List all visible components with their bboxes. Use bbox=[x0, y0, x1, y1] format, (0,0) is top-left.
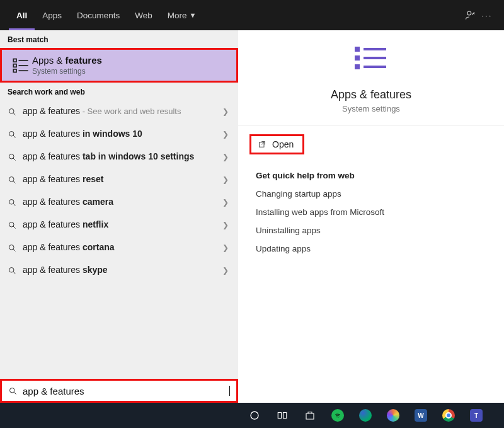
search-web-header: Search work and web bbox=[0, 83, 238, 100]
search-icon bbox=[8, 175, 23, 185]
search-result-item[interactable]: app & features tab in windows 10 setting… bbox=[0, 146, 238, 168]
taskbar-store-icon[interactable] bbox=[296, 403, 324, 428]
tab-label: Apps bbox=[42, 11, 62, 20]
chevron-right-icon[interactable]: ❯ bbox=[219, 153, 232, 161]
result-text: app & features - See work and web result… bbox=[23, 106, 219, 117]
best-match-header: Best match bbox=[0, 30, 238, 48]
tab-documents[interactable]: Documents bbox=[69, 0, 127, 30]
search-result-item[interactable]: app & features reset❯ bbox=[0, 168, 238, 191]
best-match-item[interactable]: Apps & features System settings bbox=[0, 48, 238, 83]
tab-apps[interactable]: Apps bbox=[35, 0, 69, 30]
apps-features-icon bbox=[9, 57, 32, 74]
svg-point-17 bbox=[9, 222, 14, 227]
apps-features-large-icon bbox=[351, 44, 391, 79]
search-result-item[interactable]: app & features - See work and web result… bbox=[0, 100, 238, 123]
result-text: app & features in windows 10 bbox=[23, 129, 219, 140]
svg-point-19 bbox=[9, 245, 14, 250]
svg-point-15 bbox=[9, 199, 14, 204]
search-result-item[interactable]: app & features skype❯ bbox=[0, 259, 238, 282]
best-match-subtitle: System settings bbox=[32, 67, 102, 76]
svg-point-9 bbox=[9, 131, 14, 136]
search-input[interactable] bbox=[23, 386, 229, 396]
result-text: app & features netflix bbox=[23, 219, 219, 231]
help-link[interactable]: Installing web apps from Microsoft bbox=[256, 207, 486, 217]
svg-rect-33 bbox=[278, 413, 281, 419]
svg-point-32 bbox=[251, 412, 258, 419]
search-result-item[interactable]: app & features netflix❯ bbox=[0, 214, 238, 236]
tab-label: Documents bbox=[77, 11, 120, 20]
details-subtitle: System settings bbox=[342, 104, 400, 113]
open-label: Open bbox=[272, 139, 294, 149]
open-icon bbox=[258, 140, 267, 149]
taskbar-edge-icon[interactable] bbox=[352, 403, 379, 428]
taskbar-chrome-icon[interactable] bbox=[435, 403, 462, 428]
svg-rect-28 bbox=[364, 57, 386, 59]
search-result-item[interactable]: app & features in windows 10❯ bbox=[0, 123, 238, 146]
taskbar-taskview-icon[interactable] bbox=[268, 403, 296, 428]
svg-line-18 bbox=[13, 226, 15, 228]
svg-rect-5 bbox=[13, 69, 16, 72]
svg-point-0 bbox=[467, 11, 471, 15]
result-text: app & features cortana bbox=[23, 242, 219, 253]
search-icon bbox=[8, 386, 18, 396]
chevron-right-icon[interactable]: ❯ bbox=[219, 198, 232, 207]
tab-more[interactable]: More ▼ bbox=[160, 0, 204, 30]
search-icon bbox=[8, 153, 23, 162]
svg-line-24 bbox=[14, 392, 16, 394]
svg-rect-3 bbox=[13, 64, 16, 67]
chevron-down-icon: ▼ bbox=[190, 11, 197, 19]
chevron-right-icon[interactable]: ❯ bbox=[219, 243, 232, 252]
tab-label: More bbox=[168, 11, 187, 20]
tab-label: Web bbox=[135, 11, 152, 20]
text-caret bbox=[229, 386, 230, 396]
taskbar: W T bbox=[0, 403, 504, 428]
svg-rect-30 bbox=[364, 66, 386, 68]
search-input-container[interactable] bbox=[0, 379, 238, 403]
taskbar-paint-icon[interactable] bbox=[379, 403, 407, 428]
svg-line-10 bbox=[13, 136, 15, 137]
taskbar-word-icon[interactable]: W bbox=[407, 403, 435, 428]
search-icon bbox=[8, 221, 23, 230]
svg-rect-29 bbox=[355, 64, 360, 69]
details-panel: Apps & features System settings Open Get… bbox=[238, 30, 504, 403]
open-button[interactable]: Open bbox=[249, 134, 304, 154]
svg-line-14 bbox=[13, 181, 15, 183]
help-link[interactable]: Updating apps bbox=[256, 244, 486, 253]
help-link[interactable]: Changing startup apps bbox=[256, 189, 486, 199]
tab-all[interactable]: All bbox=[9, 0, 35, 30]
search-result-item[interactable]: app & features cortana❯ bbox=[0, 236, 238, 259]
result-text: app & features reset bbox=[23, 174, 219, 185]
svg-point-7 bbox=[9, 108, 14, 113]
svg-rect-27 bbox=[355, 55, 360, 61]
tab-web[interactable]: Web bbox=[127, 0, 160, 30]
svg-rect-25 bbox=[355, 47, 360, 52]
taskbar-cortana-icon[interactable] bbox=[241, 403, 268, 428]
svg-point-11 bbox=[9, 154, 14, 159]
quick-help-title: Get quick help from web bbox=[256, 171, 486, 180]
chevron-right-icon[interactable]: ❯ bbox=[219, 221, 232, 229]
feedback-icon[interactable] bbox=[462, 9, 479, 21]
details-hero: Apps & features System settings bbox=[238, 30, 504, 125]
chevron-right-icon[interactable]: ❯ bbox=[219, 266, 232, 275]
chevron-right-icon[interactable]: ❯ bbox=[219, 175, 232, 184]
svg-point-13 bbox=[9, 176, 14, 182]
taskbar-teams-icon[interactable]: T bbox=[462, 403, 490, 428]
svg-line-20 bbox=[13, 249, 15, 251]
result-text: app & features camera bbox=[23, 197, 219, 208]
result-text: app & features skype bbox=[23, 265, 219, 276]
more-options-icon[interactable]: ··· bbox=[479, 11, 495, 20]
taskbar-spotify-icon[interactable] bbox=[324, 403, 352, 428]
search-icon bbox=[8, 198, 23, 207]
search-icon bbox=[8, 266, 23, 275]
chevron-right-icon[interactable]: ❯ bbox=[219, 130, 232, 139]
results-panel: Best match Apps & features System settin… bbox=[0, 30, 238, 403]
svg-line-22 bbox=[13, 272, 15, 274]
searchbox-container bbox=[0, 379, 238, 403]
help-link[interactable]: Uninstalling apps bbox=[256, 226, 486, 235]
search-icon bbox=[8, 107, 23, 117]
svg-rect-26 bbox=[364, 48, 386, 50]
svg-line-12 bbox=[13, 158, 15, 160]
search-result-item[interactable]: app & features camera❯ bbox=[0, 191, 238, 214]
search-icon bbox=[8, 243, 23, 253]
chevron-right-icon[interactable]: ❯ bbox=[219, 107, 232, 116]
